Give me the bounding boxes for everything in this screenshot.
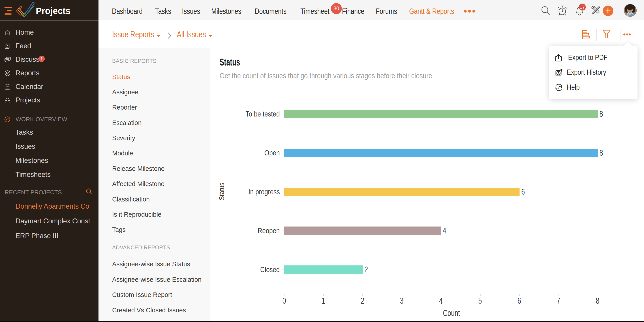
svg-text:?: ? — [558, 85, 560, 90]
